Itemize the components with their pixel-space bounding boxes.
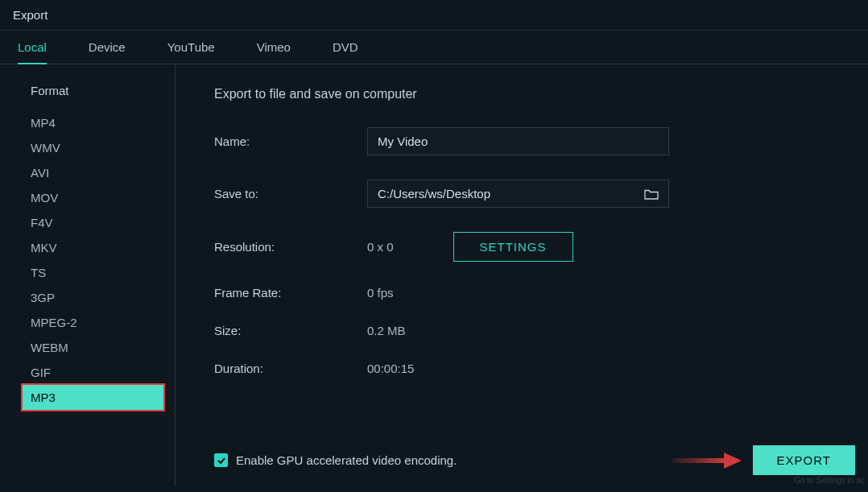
resolution-value: 0 x 0 <box>367 240 394 254</box>
format-item-ts[interactable]: TS <box>0 260 175 285</box>
format-item-avi[interactable]: AVI <box>0 160 175 185</box>
size-label: Size: <box>214 324 367 337</box>
export-panel: Export to file and save on computer Name… <box>176 64 868 486</box>
settings-button[interactable]: SETTINGS <box>453 232 573 262</box>
svg-rect-0 <box>672 458 725 463</box>
gpu-checkbox-row: Enable GPU accelerated video encoding. <box>214 453 457 467</box>
saveto-input[interactable] <box>368 180 634 207</box>
window-title: Export <box>0 0 868 31</box>
gpu-checkbox-label: Enable GPU accelerated video encoding. <box>236 453 457 467</box>
size-value: 0.2 MB <box>367 324 406 337</box>
framerate-label: Frame Rate: <box>214 286 367 300</box>
export-area: EXPORT <box>672 445 855 475</box>
main-area: Format MP4 WMV AVI MOV F4V MKV TS 3GP MP… <box>0 64 868 486</box>
format-item-f4v[interactable]: F4V <box>0 210 175 235</box>
format-item-wmv[interactable]: WMV <box>0 135 175 160</box>
format-item-mov[interactable]: MOV <box>0 185 175 210</box>
watermark-text: Go to Settings to ac <box>794 476 865 485</box>
resolution-label: Resolution: <box>214 240 367 254</box>
name-input[interactable] <box>367 127 669 155</box>
tab-vimeo[interactable]: Vimeo <box>257 31 291 64</box>
export-tabs: Local Device YouTube Vimeo DVD <box>0 31 868 64</box>
folder-icon[interactable] <box>634 188 668 200</box>
duration-value: 00:00:15 <box>367 362 414 375</box>
arrow-icon <box>672 451 743 470</box>
format-item-3gp[interactable]: 3GP <box>0 285 175 310</box>
gpu-checkbox[interactable] <box>214 453 228 467</box>
tab-youtube[interactable]: YouTube <box>167 31 215 64</box>
duration-label: Duration: <box>214 362 367 375</box>
panel-title: Export to file and save on computer <box>214 87 855 101</box>
export-button[interactable]: EXPORT <box>753 445 855 475</box>
saveto-label: Save to: <box>214 187 367 201</box>
tab-dvd[interactable]: DVD <box>333 31 358 64</box>
format-item-mpeg2[interactable]: MPEG-2 <box>0 310 175 335</box>
framerate-value: 0 fps <box>367 286 394 300</box>
tab-device[interactable]: Device <box>89 31 126 64</box>
format-item-mp3[interactable]: MP3 <box>23 385 163 410</box>
format-item-webm[interactable]: WEBM <box>0 335 175 360</box>
tab-local[interactable]: Local <box>18 31 47 64</box>
format-item-mkv[interactable]: MKV <box>0 235 175 260</box>
name-label: Name: <box>214 134 367 148</box>
saveto-field <box>367 180 669 208</box>
panel-footer: Enable GPU accelerated video encoding. E… <box>214 445 855 475</box>
format-sidebar: Format MP4 WMV AVI MOV F4V MKV TS 3GP MP… <box>0 64 176 486</box>
format-item-mp4[interactable]: MP4 <box>0 110 175 135</box>
format-item-gif[interactable]: GIF <box>0 360 175 385</box>
format-heading: Format <box>0 84 175 110</box>
